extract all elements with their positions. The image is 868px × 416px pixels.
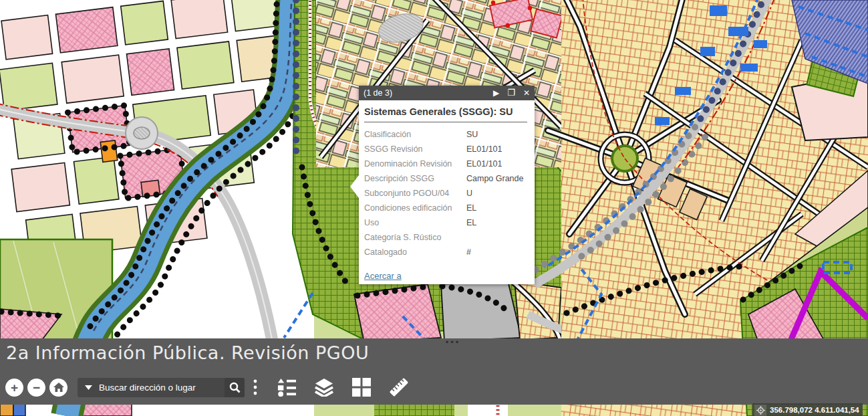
toolbar: + −	[5, 376, 410, 399]
layers-icon	[314, 378, 334, 397]
locate-coordinates-button[interactable]	[754, 405, 766, 416]
crosshair-icon	[756, 406, 765, 415]
popup-close-button[interactable]: ✕	[523, 86, 530, 100]
legend-icon	[277, 378, 297, 397]
app-window: (1 de 3) ▶ ❐ ✕ Sistemas Generales (SSGG)…	[0, 0, 868, 416]
basemap-gallery-button[interactable]	[351, 377, 372, 397]
field-row: Descripción SSGGCampo Grande	[364, 171, 527, 186]
coordinate-widget: 356.798,072 4.611.041,54	[752, 403, 863, 416]
popup-pager: (1 de 3)	[364, 88, 392, 98]
home-button[interactable]	[49, 379, 67, 397]
field-row: Denominación RevisiónEL01/101	[364, 157, 527, 171]
ruler-icon	[388, 377, 410, 397]
search-input[interactable]	[98, 382, 225, 393]
field-row: ClasificaciónSU	[364, 127, 527, 142]
bar-collapse-handle[interactable]: •••	[434, 338, 472, 347]
zoom-to-link[interactable]: Acercar a	[364, 271, 402, 281]
field-row: Catalogado#	[364, 245, 527, 259]
chevron-down-icon	[85, 385, 92, 390]
kebab-menu-icon	[253, 379, 257, 395]
basemap-grid-icon	[352, 378, 371, 397]
measure-button[interactable]	[388, 377, 410, 397]
map-title: 2a Información Pública. Revisión PGOU	[6, 342, 369, 363]
field-row: Subconjunto PGOU/04U	[364, 186, 527, 201]
legend-button[interactable]	[276, 377, 297, 397]
overflow-menu-button[interactable]	[251, 379, 260, 395]
search-box	[78, 378, 245, 397]
field-row: Condiciones edificaciónEL	[364, 201, 527, 215]
search-source-dropdown[interactable]	[78, 385, 98, 390]
home-icon	[53, 383, 64, 393]
field-row: UsoEL	[364, 215, 527, 230]
layers-button[interactable]	[313, 377, 335, 397]
zoom-out-button[interactable]: −	[27, 379, 45, 397]
zoom-in-button[interactable]: +	[5, 379, 23, 397]
search-button[interactable]	[225, 378, 245, 397]
popup-header: (1 de 3) ▶ ❐ ✕	[359, 86, 535, 100]
popup-title: Sistemas Generales (SSGG): SU	[364, 106, 527, 117]
feature-popup: (1 de 3) ▶ ❐ ✕ Sistemas Generales (SSGG)…	[359, 86, 535, 284]
popup-body: Sistemas Generales (SSGG): SU Clasificac…	[359, 100, 535, 284]
search-icon	[229, 382, 241, 393]
popup-maximize-button[interactable]: ❐	[507, 86, 515, 100]
bottom-bar: ••• 2a Información Pública. Revisión PGO…	[0, 338, 868, 405]
field-row: Categoría S. Rústico	[364, 230, 527, 245]
coordinate-readout: 356.798,072 4.611.041,54	[770, 405, 859, 415]
popup-divider	[364, 122, 527, 122]
popup-next-button[interactable]: ▶	[493, 86, 499, 100]
field-row: SSGG RevisiónEL01/101	[364, 142, 527, 157]
popup-pointer	[350, 175, 359, 198]
